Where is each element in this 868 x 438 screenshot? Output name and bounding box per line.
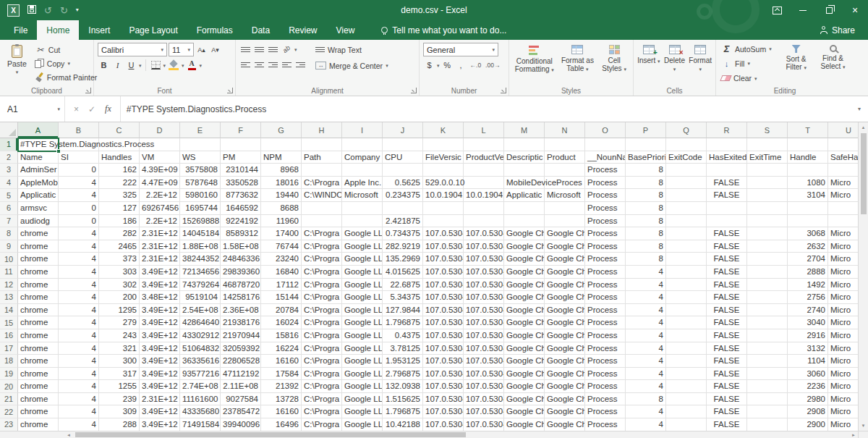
cell-G9[interactable]: 76744 [261,240,302,253]
tab-insert[interactable]: Insert [79,20,119,40]
cell-M11[interactable]: Google Ch [504,266,545,279]
cell-L15[interactable]: 107.0.5304 [464,316,504,329]
align-right-button[interactable] [267,58,279,71]
insert-function-button[interactable]: fx [105,104,111,114]
cell-J4[interactable]: 0.5625 [383,177,423,190]
enter-icon[interactable]: ✓ [88,104,95,114]
cell-T15[interactable]: 3040 [788,316,828,329]
cell-D16[interactable]: 3.49E+12 [140,329,180,342]
cell-B10[interactable]: 4 [59,253,99,266]
cell-N1[interactable] [545,138,585,151]
cell-U1[interactable] [828,138,858,151]
row-header-2[interactable]: 2 [0,151,18,164]
cell-U18[interactable]: Micro [828,355,858,368]
cell-D2[interactable]: VM [140,151,180,164]
cell-B3[interactable]: 0 [59,164,99,177]
cell-A5[interactable]: Applicatic [18,189,59,202]
cell-A9[interactable]: chrome [18,240,59,253]
cell-U9[interactable]: Micro [828,240,858,253]
row-header-4[interactable]: 4 [0,177,18,190]
font-dialog-launcher-icon[interactable] [227,88,233,93]
cell-L8[interactable]: 107.0.5304 [464,227,504,240]
cell-E10[interactable]: 38244352 [180,253,221,266]
cell-F14[interactable]: 2.36E+08 [221,304,261,317]
cell-Q1[interactable] [666,138,707,151]
cell-S15[interactable] [747,316,788,329]
scroll-right-icon[interactable]: ► [851,431,856,438]
cell-T20[interactable]: 2236 [788,380,828,393]
cell-U15[interactable]: Micro [828,316,858,329]
save-button[interactable] [27,5,36,15]
row-header-13[interactable]: 13 [0,291,18,304]
cell-N5[interactable]: Microsoft [545,189,585,202]
cell-N18[interactable]: Google Ch [545,355,585,368]
delete-cells-button[interactable]: × Delete ▾ [663,43,686,85]
cell-P15[interactable]: 4 [626,316,666,329]
cell-O16[interactable]: Process [585,329,626,342]
cell-A1[interactable]: #TYPE System.Diagnostics.Process [18,138,59,151]
cell-D17[interactable]: 3.49E+12 [140,342,180,355]
cell-S6[interactable] [747,202,788,215]
increase-font-size-button[interactable]: A▴ [195,43,208,56]
cell-D6[interactable]: 69267456 [140,202,180,215]
cell-C2[interactable]: Handles [99,151,140,164]
cell-P10[interactable]: 8 [626,253,666,266]
cell-E20[interactable]: 2.74E+08 [180,380,221,393]
cell-K19[interactable]: 107.0.5304 [423,368,464,381]
cell-S23[interactable] [747,418,788,431]
cell-U17[interactable]: Micro [828,342,858,355]
cell-R9[interactable]: FALSE [707,240,747,253]
cell-H11[interactable]: C:\Progra [302,266,342,279]
horizontal-scroll-thumb[interactable] [75,432,466,437]
cell-D21[interactable]: 2.31E+12 [140,393,180,406]
cell-M6[interactable] [504,202,545,215]
cell-J21[interactable]: 1.515625 [383,393,423,406]
cell-R19[interactable]: FALSE [707,368,747,381]
cell-P17[interactable]: 4 [626,342,666,355]
cell-H7[interactable] [302,215,342,228]
cell-D10[interactable]: 2.31E+12 [140,253,180,266]
format-painter-button[interactable]: Format Painter [33,70,98,84]
cell-M18[interactable]: Google Ch [504,355,545,368]
cell-E9[interactable]: 1.88E+08 [180,240,221,253]
cell-Q16[interactable] [666,329,707,342]
cell-L13[interactable]: 107.0.5304 [464,291,504,304]
cell-R18[interactable]: FALSE [707,355,747,368]
cell-K7[interactable] [423,215,464,228]
row-header-19[interactable]: 19 [0,368,18,381]
cell-Q4[interactable] [666,177,707,190]
cell-S21[interactable] [747,393,788,406]
cell-N10[interactable]: Google Ch [545,253,585,266]
cell-N22[interactable]: Google Ch [545,405,585,418]
cell-U7[interactable] [828,215,858,228]
comma-style-button[interactable]: , [455,59,467,72]
cell-L11[interactable]: 107.0.5304 [464,266,504,279]
cell-G11[interactable]: 16840 [261,266,302,279]
row-header-8[interactable]: 8 [0,227,18,240]
cell-Q20[interactable] [666,380,707,393]
cell-B11[interactable]: 4 [59,266,99,279]
cell-F2[interactable]: PM [221,151,261,164]
cell-N12[interactable]: Google Ch [545,279,585,292]
cell-Q15[interactable] [666,316,707,329]
cell-D19[interactable]: 3.49E+12 [140,368,180,381]
borders-button[interactable] [150,59,162,72]
cell-M21[interactable]: Google Ch [504,393,545,406]
cell-P4[interactable]: 8 [626,177,666,190]
cell-E18[interactable]: 36335616 [180,355,221,368]
cell-K6[interactable] [423,202,464,215]
cell-C6[interactable]: 127 [99,202,140,215]
cell-I3[interactable] [342,164,383,177]
cell-O10[interactable]: Process [585,253,626,266]
font-size-select[interactable]: 11 ▾ [169,43,194,56]
cell-G8[interactable]: 17400 [261,227,302,240]
cell-I6[interactable] [342,202,383,215]
cell-Q6[interactable] [666,202,707,215]
cell-B15[interactable]: 4 [59,316,99,329]
cell-S3[interactable] [747,164,788,177]
cell-A15[interactable]: chrome [18,316,59,329]
cell-T23[interactable]: 2900 [788,418,828,431]
ribbon-display-options-button[interactable] [764,0,790,20]
cell-P13[interactable]: 4 [626,291,666,304]
cell-D9[interactable]: 2.31E+12 [140,240,180,253]
